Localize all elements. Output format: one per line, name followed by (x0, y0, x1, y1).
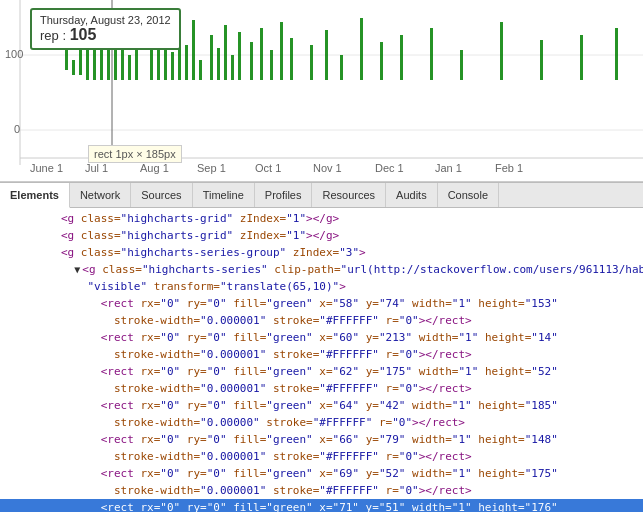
chart-tooltip: Thursday, August 23, 2012 rep : 105 (30, 8, 181, 50)
svg-rect-39 (430, 28, 433, 80)
tooltip-value: rep : 105 (40, 26, 171, 44)
code-area[interactable]: <g class="highcharts-grid" zIndex="1"></… (0, 208, 643, 512)
svg-rect-13 (128, 55, 131, 80)
code-line: stroke-width="0.000001" stroke="#FFFFFF"… (0, 346, 643, 363)
devtools-panel: Elements Network Sources Timeline Profil… (0, 182, 643, 512)
code-line: <rect rx="0" ry="0" fill="green" x="66" … (0, 431, 643, 448)
code-line: <rect rx="0" ry="0" fill="green" x="60" … (0, 329, 643, 346)
code-line: <g class="highcharts-grid" zIndex="1"></… (0, 210, 643, 227)
devtools-tabs: Elements Network Sources Timeline Profil… (0, 182, 643, 208)
svg-text:Feb 1: Feb 1 (495, 162, 523, 174)
code-line: "visible" transform="translate(65,10)"> (0, 278, 643, 295)
svg-text:Jan 1: Jan 1 (435, 162, 462, 174)
svg-text:Aug 1: Aug 1 (140, 162, 169, 174)
tab-sources[interactable]: Sources (131, 183, 192, 207)
code-line: <g class="highcharts-series-group" zInde… (0, 244, 643, 261)
tab-timeline[interactable]: Timeline (193, 183, 255, 207)
svg-rect-44 (615, 28, 618, 80)
svg-text:100: 100 (5, 48, 23, 60)
code-line: <rect rx="0" ry="0" fill="green" x="62" … (0, 363, 643, 380)
svg-rect-21 (192, 20, 195, 80)
svg-rect-4 (72, 60, 75, 75)
tab-elements[interactable]: Elements (0, 183, 70, 208)
svg-rect-26 (231, 55, 234, 80)
svg-rect-23 (210, 35, 213, 80)
tooltip-date: Thursday, August 23, 2012 (40, 14, 171, 26)
svg-rect-20 (185, 45, 188, 80)
code-line: <g class="highcharts-grid" zIndex="1"></… (0, 227, 643, 244)
svg-rect-35 (340, 55, 343, 80)
svg-text:Nov 1: Nov 1 (313, 162, 342, 174)
svg-rect-37 (380, 42, 383, 80)
tab-audits-label: Audits (396, 189, 427, 201)
svg-rect-15 (150, 45, 153, 80)
tooltip-value-number: 105 (70, 26, 97, 43)
code-line: stroke-width="0.000001" stroke="#FFFFFF"… (0, 380, 643, 397)
tab-elements-label: Elements (10, 189, 59, 201)
svg-rect-41 (500, 22, 503, 80)
svg-rect-27 (238, 32, 241, 80)
tab-timeline-label: Timeline (203, 189, 244, 201)
svg-rect-29 (260, 28, 263, 80)
svg-rect-28 (250, 42, 253, 80)
tab-network-label: Network (80, 189, 120, 201)
chart-area: 100 0 June 1 Jul 1 Aug 1 Sep 1 Oct 1 Nov… (0, 0, 643, 182)
svg-rect-36 (360, 18, 363, 80)
size-tooltip: rect 1px × 185px (88, 145, 182, 163)
svg-rect-22 (199, 60, 202, 80)
svg-rect-34 (325, 30, 328, 80)
tab-console[interactable]: Console (438, 183, 499, 207)
code-line: stroke-width="0.00000" stroke="#FFFFFF" … (0, 414, 643, 431)
code-line: <rect rx="0" ry="0" fill="green" x="69" … (0, 465, 643, 482)
svg-rect-31 (280, 22, 283, 80)
tab-network[interactable]: Network (70, 183, 131, 207)
code-line: ▼<g class="highcharts-series" clip-path=… (0, 261, 643, 278)
svg-rect-33 (310, 45, 313, 80)
svg-rect-38 (400, 35, 403, 80)
tab-resources-label: Resources (322, 189, 375, 201)
code-line: <rect rx="0" ry="0" fill="green" x="64" … (0, 397, 643, 414)
svg-rect-18 (171, 52, 174, 80)
tab-profiles[interactable]: Profiles (255, 183, 313, 207)
tab-sources-label: Sources (141, 189, 181, 201)
code-line: stroke-width="0.000001" stroke="#FFFFFF"… (0, 312, 643, 329)
svg-rect-25 (224, 25, 227, 80)
code-line: stroke-width="0.000001" stroke="#FFFFFF"… (0, 448, 643, 465)
svg-rect-43 (580, 35, 583, 80)
svg-text:Dec 1: Dec 1 (375, 162, 404, 174)
tab-profiles-label: Profiles (265, 189, 302, 201)
svg-rect-42 (540, 40, 543, 80)
code-line: <rect rx="0" ry="0" fill="green" x="58" … (0, 295, 643, 312)
size-tooltip-text: rect 1px × 185px (94, 148, 176, 160)
svg-text:Oct 1: Oct 1 (255, 162, 281, 174)
svg-rect-30 (270, 50, 273, 80)
svg-text:0: 0 (14, 123, 20, 135)
svg-text:June 1: June 1 (30, 162, 63, 174)
svg-rect-32 (290, 38, 293, 80)
tab-resources[interactable]: Resources (312, 183, 386, 207)
code-line: stroke-width="0.000001" stroke="#FFFFFF"… (0, 482, 643, 499)
tab-console-label: Console (448, 189, 488, 201)
svg-rect-40 (460, 50, 463, 80)
code-line-selected[interactable]: <rect rx="0" ry="0" fill="green" x="71" … (0, 499, 643, 512)
svg-text:Sep 1: Sep 1 (197, 162, 226, 174)
svg-text:Jul 1: Jul 1 (85, 162, 108, 174)
tab-audits[interactable]: Audits (386, 183, 438, 207)
svg-rect-24 (217, 48, 220, 80)
